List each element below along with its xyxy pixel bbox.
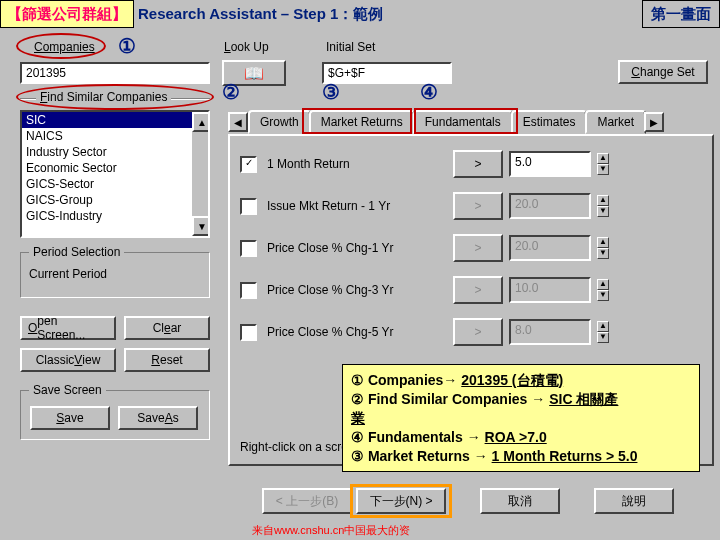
book-icon: 📖: [244, 64, 264, 83]
criteria-value: 20.0: [509, 235, 591, 261]
list-item[interactable]: GICS-Sector: [22, 176, 208, 192]
list-item[interactable]: SIC: [22, 112, 208, 128]
annotation-rect-market-returns: [302, 108, 412, 134]
spin-up-icon: ▲: [597, 279, 609, 290]
tabs-scroll-right-icon[interactable]: ▶: [644, 112, 664, 132]
back-button: < 上一步(B): [262, 488, 352, 514]
spin-down-icon: ▼: [597, 332, 609, 343]
open-screen-button[interactable]: Open Screen...: [20, 316, 116, 340]
spin-down-icon[interactable]: ▼: [597, 164, 609, 175]
company-input[interactable]: 201395: [20, 62, 210, 84]
spin-up-icon: ▲: [597, 321, 609, 332]
change-set-button[interactable]: Change Set: [618, 60, 708, 84]
scroll-down-icon[interactable]: ▼: [192, 216, 210, 236]
criteria-checkbox[interactable]: [240, 282, 257, 299]
header-right: 第一畫面: [642, 0, 720, 28]
criteria-operator: >: [453, 318, 503, 346]
help-button[interactable]: 說明: [594, 488, 674, 514]
similar-listbox[interactable]: SIC NAICS Industry Sector Economic Secto…: [20, 110, 210, 238]
spin-down-icon: ▼: [597, 290, 609, 301]
annotation-num-1: ①: [118, 34, 136, 58]
criteria-checkbox[interactable]: [240, 324, 257, 341]
list-item[interactable]: Economic Sector: [22, 160, 208, 176]
clear-button[interactable]: Clear: [124, 316, 210, 340]
criteria-value: 20.0: [509, 193, 591, 219]
annotation-oval-1: [16, 33, 106, 59]
spin-up-icon: ▲: [597, 195, 609, 206]
annotation-num-4: ④: [420, 80, 438, 104]
cancel-button[interactable]: 取消: [480, 488, 560, 514]
save-screen-label: Save Screen: [29, 383, 106, 397]
save-as-button[interactable]: Save As: [118, 406, 198, 430]
criteria-label: Price Close % Chg-5 Yr: [267, 325, 447, 339]
criteria-row: ✓1 Month Return>5.0▲▼: [240, 150, 702, 178]
criteria-value: 8.0: [509, 319, 591, 345]
criteria-checkbox[interactable]: [240, 240, 257, 257]
criteria-operator: >: [453, 234, 503, 262]
spin-down-icon: ▼: [597, 206, 609, 217]
criteria-label: Price Close % Chg-1 Yr: [267, 241, 447, 255]
annotation-rect-fundamentals: [414, 108, 518, 134]
criteria-checkbox[interactable]: ✓: [240, 156, 257, 173]
list-item[interactable]: Industry Sector: [22, 144, 208, 160]
criteria-row: Price Close % Chg-5 Yr>8.0▲▼: [240, 318, 702, 346]
criteria-label: Price Close % Chg-3 Yr: [267, 283, 447, 297]
scroll-up-icon[interactable]: ▲: [192, 112, 210, 132]
classic-view-button[interactable]: Classic View: [20, 348, 116, 372]
footer-source: 来自www.cnshu.cn中国最大的资: [252, 523, 410, 538]
period-selection-label: Period Selection: [29, 245, 124, 259]
period-selection-group: Period Selection Current Period: [20, 252, 210, 298]
header-bracket: 【篩選公司群組】: [0, 0, 134, 28]
spin-up-icon: ▲: [597, 237, 609, 248]
annotation-oval-2: [16, 84, 214, 110]
criteria-row: Price Close % Chg-3 Yr>10.0▲▼: [240, 276, 702, 304]
criteria-label: Issue Mkt Return - 1 Yr: [267, 199, 447, 213]
list-item[interactable]: NAICS: [22, 128, 208, 144]
tab-estimates[interactable]: Estimates: [511, 110, 588, 134]
list-item[interactable]: GICS-Industry: [22, 208, 208, 224]
annotation-num-3: ③: [322, 80, 340, 104]
list-item[interactable]: GICS-Group: [22, 192, 208, 208]
save-button[interactable]: Save: [30, 406, 110, 430]
criteria-operator: >: [453, 192, 503, 220]
reset-button[interactable]: Reset: [124, 348, 210, 372]
annotation-num-2: ②: [222, 80, 240, 104]
annotation-box: ① Companies→ 201395 (台積電) ② Find Similar…: [342, 364, 700, 472]
criteria-value[interactable]: 5.0: [509, 151, 591, 177]
criteria-checkbox[interactable]: [240, 198, 257, 215]
tabs-scroll-left-icon[interactable]: ◀: [228, 112, 248, 132]
criteria-operator[interactable]: >: [453, 150, 503, 178]
criteria-row: Issue Mkt Return - 1 Yr>20.0▲▼: [240, 192, 702, 220]
annotation-rect-next: [350, 484, 452, 518]
tab-market-more[interactable]: Market: [585, 110, 646, 134]
criteria-operator: >: [453, 276, 503, 304]
initial-set-label: Initial Set: [326, 40, 375, 54]
criteria-row: Price Close % Chg-1 Yr>20.0▲▼: [240, 234, 702, 262]
spin-up-icon[interactable]: ▲: [597, 153, 609, 164]
criteria-value: 10.0: [509, 277, 591, 303]
page-title: Research Assistant – Step 1：範例: [134, 0, 642, 28]
lookup-label: Look Up: [224, 40, 269, 54]
spin-down-icon: ▼: [597, 248, 609, 259]
criteria-label: 1 Month Return: [267, 157, 447, 171]
